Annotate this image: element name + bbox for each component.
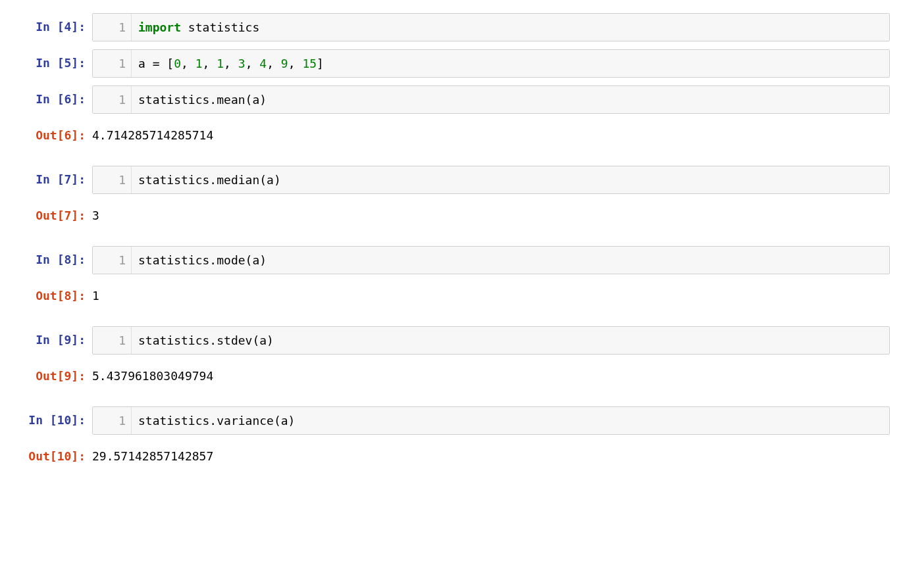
- output-cell: Out[8]:1: [13, 282, 890, 309]
- output-value: 1: [92, 282, 890, 309]
- line-number-gutter: 1: [93, 247, 132, 274]
- code-token: statistics.median(a): [138, 173, 281, 187]
- code-token: statistics.mode(a): [138, 253, 267, 267]
- code-token: ]: [317, 57, 324, 70]
- input-cell: In [4]:1import statistics: [13, 13, 890, 41]
- input-cell: In [7]:1statistics.median(a): [13, 166, 890, 194]
- code-token: 3: [238, 57, 245, 70]
- code-token: 1: [195, 57, 203, 70]
- in-prompt: In [8]:: [13, 246, 92, 266]
- code-token: statistics: [181, 20, 259, 34]
- line-number-gutter: 1: [93, 50, 132, 77]
- code-content[interactable]: statistics.median(a): [132, 166, 889, 193]
- code-token: a = [: [138, 57, 174, 70]
- line-number-gutter: 1: [93, 86, 132, 113]
- input-cell: In [5]:1a = [0, 1, 1, 3, 4, 9, 15]: [13, 49, 890, 78]
- output-value: 29.57142857142857: [92, 443, 890, 470]
- output-cell: Out[9]:5.437961803049794: [13, 362, 890, 389]
- code-token: import: [138, 20, 181, 34]
- output-cell: Out[6]:4.714285714285714: [13, 122, 890, 149]
- code-content[interactable]: statistics.stdev(a): [132, 327, 889, 354]
- input-cell: In [10]:1statistics.variance(a): [13, 406, 890, 435]
- code-token: statistics.variance(a): [138, 414, 295, 428]
- code-token: 1: [217, 57, 224, 70]
- code-token: ,: [245, 57, 260, 70]
- code-token: 9: [281, 57, 288, 70]
- code-content[interactable]: import statistics: [132, 14, 889, 41]
- out-prompt: Out[10]:: [13, 443, 92, 463]
- input-cell: In [8]:1statistics.mode(a): [13, 246, 890, 274]
- output-value: 4.714285714285714: [92, 122, 890, 149]
- code-area[interactable]: 1statistics.mode(a): [92, 246, 890, 274]
- code-area[interactable]: 1a = [0, 1, 1, 3, 4, 9, 15]: [92, 49, 890, 78]
- line-number-gutter: 1: [93, 14, 132, 41]
- code-area[interactable]: 1import statistics: [92, 13, 890, 41]
- output-cell: Out[7]:3: [13, 202, 890, 229]
- out-prompt: Out[9]:: [13, 362, 92, 383]
- code-content[interactable]: statistics.mode(a): [132, 247, 889, 274]
- code-content[interactable]: statistics.mean(a): [132, 86, 889, 113]
- input-cell: In [9]:1statistics.stdev(a): [13, 326, 890, 355]
- code-token: 15: [302, 57, 317, 70]
- code-token: ,: [224, 57, 238, 70]
- code-token: 0: [174, 57, 181, 70]
- code-token: ,: [203, 57, 217, 70]
- out-prompt: Out[8]:: [13, 282, 92, 303]
- in-prompt: In [5]:: [13, 49, 92, 70]
- output-value: 3: [92, 202, 890, 229]
- code-area[interactable]: 1statistics.variance(a): [92, 406, 890, 435]
- code-content[interactable]: statistics.variance(a): [132, 407, 889, 434]
- code-token: statistics.mean(a): [138, 93, 267, 107]
- code-area[interactable]: 1statistics.mean(a): [92, 86, 890, 114]
- in-prompt: In [7]:: [13, 166, 92, 186]
- code-token: 4: [259, 57, 267, 70]
- line-number-gutter: 1: [93, 327, 132, 354]
- out-prompt: Out[6]:: [13, 122, 92, 142]
- line-number-gutter: 1: [93, 166, 132, 193]
- output-cell: Out[10]:29.57142857142857: [13, 443, 890, 470]
- in-prompt: In [6]:: [13, 86, 92, 106]
- output-value: 5.437961803049794: [92, 362, 890, 389]
- code-token: statistics.stdev(a): [138, 333, 274, 347]
- input-cell: In [6]:1statistics.mean(a): [13, 86, 890, 114]
- code-area[interactable]: 1statistics.median(a): [92, 166, 890, 194]
- in-prompt: In [9]:: [13, 326, 92, 347]
- code-token: ,: [181, 57, 195, 70]
- in-prompt: In [10]:: [13, 406, 92, 427]
- in-prompt: In [4]:: [13, 13, 92, 34]
- out-prompt: Out[7]:: [13, 202, 92, 222]
- code-content[interactable]: a = [0, 1, 1, 3, 4, 9, 15]: [132, 50, 889, 77]
- notebook: In [4]:1import statisticsIn [5]:1a = [0,…: [13, 13, 890, 470]
- line-number-gutter: 1: [93, 407, 132, 434]
- code-token: ,: [267, 57, 281, 70]
- code-token: ,: [288, 57, 303, 70]
- code-area[interactable]: 1statistics.stdev(a): [92, 326, 890, 355]
